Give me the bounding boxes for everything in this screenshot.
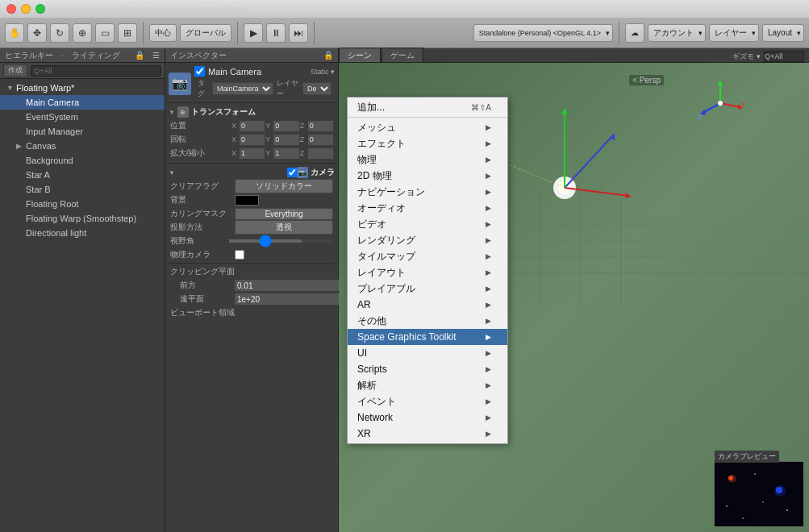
camera-comp-header[interactable]: ▼ 📷 カメラ [169,166,335,179]
near-clip-input[interactable] [235,280,342,291]
menu-item-オーディオ[interactable]: オーディオ▶ [348,200,507,216]
menu-item-プレイアブル[interactable]: プレイアブル▶ [348,281,507,297]
pause-button[interactable]: ⏸ [266,23,286,43]
hierarchy-item-canvas[interactable]: ▶Canvas [0,139,165,153]
scale-tool-icon[interactable]: ⊕ [73,23,92,43]
hierarchy-lock-icon[interactable]: 🔒 [135,51,144,60]
scale-x-input[interactable] [240,148,265,159]
center-button[interactable]: 中心 [149,24,177,42]
rot-x-input[interactable] [240,135,265,145]
inspector-title-label: インスペクター [170,50,227,61]
inspector-name-area: Main Camera Static ▾ タグ MainCamera レイヤー … [194,66,335,101]
hierarchy-item-background[interactable]: Background [0,153,165,168]
close-button[interactable] [6,4,16,14]
rot-z-input[interactable] [308,135,333,145]
layer-dropdown[interactable]: レイヤー [709,24,759,42]
menu-item-spacegraphicstoolkit[interactable]: Space Graphics Toolkit▶ [348,329,507,345]
rotate-tool-icon[interactable]: ↻ [50,23,69,43]
menu-add-item[interactable]: 追加... ⌘⇧A [348,99,507,115]
projection-value[interactable]: 透視 [235,220,333,235]
menu-item-network[interactable]: Network▶ [348,409,507,426]
menu-item-2d物理[interactable]: 2D 物理▶ [348,168,507,184]
clear-flags-label: クリアフラグ [170,181,235,192]
play-button[interactable]: ▶ [244,23,263,43]
culling-value[interactable]: Everything [235,208,333,220]
cloud-icon[interactable]: ☁ [625,23,644,43]
scale-z-input[interactable] [308,148,333,159]
far-clip-input[interactable] [235,293,342,305]
hierarchy-menu-icon[interactable]: ☰ [152,51,160,60]
camera-enabled-checkbox[interactable] [287,168,297,177]
hierarchy-item-floatingwarp(smoothstep)[interactable]: Floating Warp (Smoothstep) [0,211,165,226]
menu-item-解析[interactable]: 解析▶ [348,377,507,393]
tag-select[interactable]: MainCamera [212,82,273,95]
transform-title: トランスフォーム [191,106,256,118]
pos-x-input[interactable] [240,121,265,131]
transform-tool-icon[interactable]: ⊞ [118,23,137,43]
rot-y-input[interactable] [273,135,298,145]
pos-z-input[interactable] [308,121,333,131]
clip-planes-label: クリッピング平面 [170,266,235,277]
hierarchy-panel: ヒエラルキー · ライティング 🔒 ☰ 作成 ▼Floating Warp*Ma… [0,48,165,532]
layer-select[interactable]: De [302,82,332,95]
menu-item-scripts[interactable]: Scripts▶ [348,361,507,377]
scale-y-input[interactable] [273,148,298,159]
object-active-checkbox[interactable] [194,66,205,77]
minimize-button[interactable] [21,4,31,14]
menu-item-ar[interactable]: AR▶ [348,297,507,313]
camera-preview-label: カメラプレビュー [715,451,779,463]
hierarchy-item-maincamera[interactable]: Main Camera [0,95,165,110]
menu-item-エフェクト[interactable]: エフェクト▶ [348,135,507,152]
menu-item-ビデオ[interactable]: ビデオ▶ [348,216,507,232]
step-button[interactable]: ⏭ [289,23,308,43]
hand-tool-icon[interactable]: ✋ [5,23,24,43]
move-tool-icon[interactable]: ✥ [27,23,47,43]
menu-item-物理[interactable]: 物理▶ [348,152,507,168]
rect-tool-icon[interactable]: ▭ [95,23,115,43]
menu-item-xr[interactable]: XR▶ [348,426,507,442]
menu-item-レンダリング[interactable]: レンダリング▶ [348,232,507,248]
hierarchy-search-input[interactable] [31,65,161,77]
hierarchy-item-floatingroot[interactable]: Floating Root [0,197,165,211]
clear-flags-value[interactable]: ソリッドカラー [235,179,333,193]
hierarchy-item-starb[interactable]: Star B [0,182,165,197]
menu-item-イベント[interactable]: イベント▶ [348,393,507,409]
culling-row: カリングマスク Everything [169,207,335,220]
transform-header[interactable]: ▼ ⊕ トランスフォーム [169,106,335,118]
camera-arrow: ▼ [169,169,175,177]
game-tab[interactable]: ゲーム [382,48,423,62]
background-label: 背景 [170,194,235,206]
menu-item-メッシュ[interactable]: メッシュ▶ [348,119,507,135]
platform-selector[interactable]: Standalone (Personal) <OpenGL 4.1> [473,24,613,42]
maximize-button[interactable] [35,4,45,14]
menu-item-ui[interactable]: UI▶ [348,345,507,361]
hierarchy-create-button[interactable]: 作成 [3,64,27,77]
hierarchy-item-directionallight[interactable]: Directional light [0,226,165,240]
scene-tab[interactable]: シーン [339,48,381,62]
svg-rect-29 [715,462,803,526]
menu-item-レイアウト[interactable]: レイアウト▶ [348,264,507,281]
physics-camera-checkbox[interactable] [235,250,244,260]
position-fields: X Y Z [231,121,333,131]
menu-item-ナビゲーション[interactable]: ナビゲーション▶ [348,184,507,200]
layout-dropdown[interactable]: Layout [762,24,804,42]
menu-item-その他[interactable]: その他▶ [348,313,507,329]
scene-search-input[interactable] [764,51,804,62]
hierarchy-item-inputmanager[interactable]: Input Manager [0,124,165,139]
global-button[interactable]: グローバル [180,24,231,42]
hierarchy-item-floatingwarp*[interactable]: ▼Floating Warp* [0,81,165,95]
pos-y-input[interactable] [273,121,298,131]
separator2 [237,22,238,44]
svg-point-34 [726,505,728,507]
inspector-lock-icon[interactable]: 🔒 [323,51,333,60]
menu-sep [348,117,507,118]
rot-y: Y [265,135,298,145]
inspector-panel: インスペクター 🔒 📷 Main Camera Static ▾ タグ Main… [165,48,339,532]
hierarchy-item-eventsystem[interactable]: EventSystem [0,110,165,124]
hierarchy-item-stara[interactable]: Star A [0,168,165,182]
menu-item-タイルマップ[interactable]: タイルマップ▶ [348,248,507,264]
fov-slider[interactable] [229,239,333,243]
account-dropdown[interactable]: アカウント [648,24,706,42]
background-color-swatch[interactable] [235,195,259,206]
scale-label: 拡大/縮小 [170,148,231,159]
